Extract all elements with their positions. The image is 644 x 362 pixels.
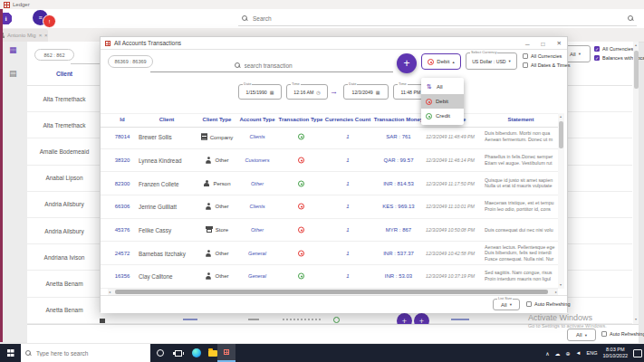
global-search-input[interactable] xyxy=(251,14,624,23)
network-tray-icon[interactable]: ⊕ xyxy=(566,350,571,357)
table-row[interactable]: 82300 Franzen Collete Person Other 1 INR… xyxy=(101,172,558,195)
cloud-tray-icon[interactable]: ☁ xyxy=(555,350,561,357)
scroll-up-icon[interactable]: ▴ xyxy=(633,43,639,47)
scrollbar-thumb[interactable] xyxy=(115,290,548,294)
transaction-money[interactable]: QAR : 99.57 xyxy=(372,157,425,163)
bg-auto-refresh[interactable]: Auto Refreshing xyxy=(601,331,644,337)
active-app-button[interactable] xyxy=(217,344,235,362)
client-column-header[interactable]: Client xyxy=(27,71,101,77)
scroll-left-icon[interactable]: ◂ xyxy=(109,290,111,294)
dialog-titlebar[interactable]: All Accounts Transactions xyxy=(101,37,567,50)
maximize-button[interactable]: □ xyxy=(542,41,545,47)
menu-option[interactable]: Credit xyxy=(421,109,464,123)
account-type[interactable]: Clients xyxy=(238,204,276,209)
from-date-field[interactable]: Date 1/15/1990 ▦ xyxy=(238,84,282,100)
checkbox-unchecked[interactable] xyxy=(523,53,528,59)
tab-close-icon[interactable]: × xyxy=(39,33,43,38)
scroll-right-icon[interactable]: ▸ xyxy=(555,290,557,294)
checkbox-unchecked[interactable] xyxy=(523,62,528,68)
transaction-money[interactable]: SAR : 761 xyxy=(372,134,425,139)
transaction-money[interactable]: INR : 537.37 xyxy=(372,251,425,256)
header-client-type[interactable]: Client Type xyxy=(197,117,237,122)
bg-vertical-scrollbar[interactable]: ▴ ▾ xyxy=(633,42,639,324)
menu-option[interactable]: ⇅ All xyxy=(421,80,464,94)
account-type[interactable]: General xyxy=(238,251,276,256)
tab[interactable]: Antonio Mig × xyxy=(0,29,42,42)
scroll-down-icon[interactable]: ▾ xyxy=(558,282,563,287)
checkbox-row[interactable]: All Dates & Times xyxy=(523,61,570,70)
start-button[interactable] xyxy=(0,344,21,362)
account-type[interactable]: General xyxy=(238,273,276,279)
table-row[interactable]: 66306 Jerrine Guilliatt Other Clients 1 … xyxy=(101,195,558,219)
account-type[interactable]: Other xyxy=(238,227,276,233)
notification-center-icon[interactable] xyxy=(633,349,642,357)
transaction-id-link[interactable]: 45376 xyxy=(108,227,137,233)
to-date-field[interactable]: Date 12/3/2049 ▦ xyxy=(343,84,389,100)
auto-refresh-toggle[interactable]: Auto Refreshing xyxy=(526,301,570,307)
checkbox-checked[interactable]: ✓ xyxy=(594,46,600,52)
table-vertical-scrollbar[interactable]: ▴ ▾ xyxy=(558,113,564,289)
transaction-id-link[interactable]: 16356 xyxy=(108,273,137,279)
scroll-up-icon[interactable]: ▴ xyxy=(558,114,563,119)
currencies-count: 1 xyxy=(325,204,370,209)
minimize-button[interactable]: ─ xyxy=(525,41,530,47)
calendar-icon[interactable]: ▦ xyxy=(270,90,274,95)
header-client[interactable]: Client xyxy=(139,117,195,122)
checkbox-unchecked[interactable] xyxy=(601,331,607,337)
transaction-id-link[interactable]: 82300 xyxy=(108,181,137,186)
taskbar-search[interactable] xyxy=(21,344,150,362)
scrollbar-thumb[interactable] xyxy=(559,121,563,148)
table-row[interactable]: 16356 Clay Calltone Other General 1 INR … xyxy=(101,265,558,289)
taskbar-search-input[interactable] xyxy=(34,349,138,357)
checkbox-row[interactable]: All Currencies xyxy=(523,52,570,61)
global-search[interactable] xyxy=(238,11,637,26)
header-id[interactable]: Id xyxy=(108,117,137,122)
checkbox-checked[interactable]: ✓ xyxy=(594,55,600,61)
menu-option[interactable]: Debit xyxy=(421,94,464,109)
table-horizontal-scrollbar[interactable]: ◂ ▸ xyxy=(108,289,558,295)
tab-close-icon[interactable]: × xyxy=(44,33,48,38)
table-row[interactable]: 38320 Lynnea Kindread Other Customers 1 … xyxy=(101,149,558,173)
client-name: Andriana Ivison xyxy=(27,254,101,261)
task-view-button[interactable] xyxy=(170,344,187,362)
transaction-money[interactable]: MYR : 867 xyxy=(372,227,425,233)
currency-select[interactable]: Select Currency US Dollar : USD ▾ xyxy=(466,52,517,70)
transaction-money[interactable]: INR : 53.03 xyxy=(372,273,425,279)
transaction-id-link[interactable]: 38320 xyxy=(108,157,137,163)
table-row[interactable]: 78014 Brewer Sollis Company Clients 1 SA… xyxy=(101,126,558,149)
transaction-money[interactable]: INR : 814.53 xyxy=(372,181,425,186)
transaction-id-link[interactable]: 66306 xyxy=(108,204,137,209)
scroll-down-icon[interactable]: ▾ xyxy=(633,317,639,321)
bg-list-size-select[interactable]: All ▾ xyxy=(567,329,596,341)
language-indicator[interactable]: ENG xyxy=(587,350,598,356)
clock[interactable]: 8:03 PM 10/10/2022 xyxy=(602,347,628,359)
header-statement[interactable]: Statement xyxy=(485,117,557,122)
account-type[interactable]: Clients xyxy=(238,134,276,139)
cortana-button[interactable] xyxy=(152,344,168,362)
transaction-search-input[interactable] xyxy=(243,62,310,70)
table-search-icon[interactable]: ▦ xyxy=(9,45,17,54)
edge-button[interactable] xyxy=(188,344,205,362)
transaction-type-select[interactable]: Debit ▴ xyxy=(421,53,461,70)
hidden-icons-chevron[interactable]: ∧ xyxy=(545,350,549,357)
table-row[interactable]: 45376 Felike Cassy Store Other 1 MYR : 8… xyxy=(101,219,558,243)
from-time-field[interactable]: Time 12:16 AM ◷ xyxy=(286,84,328,100)
account-type[interactable]: Other xyxy=(238,181,276,186)
account-type[interactable]: Customers xyxy=(238,157,276,163)
scrollbar-thumb[interactable] xyxy=(634,51,639,89)
transaction-search[interactable] xyxy=(150,59,393,72)
transaction-id-link[interactable]: 24572 xyxy=(108,251,137,256)
alert-badge-icon[interactable]: ! xyxy=(43,14,56,28)
list-search-icon[interactable]: ▤ xyxy=(9,69,17,78)
clock-icon[interactable]: ◷ xyxy=(316,90,320,95)
transaction-money[interactable]: KES : 969.13 xyxy=(372,204,425,209)
checkbox-unchecked[interactable] xyxy=(526,301,532,307)
list-size-select[interactable]: List Size All ▾ xyxy=(493,299,520,310)
header-currencies-count[interactable]: Currencies Count xyxy=(320,117,376,122)
transaction-id-link[interactable]: 78014 xyxy=(108,134,137,139)
volume-tray-icon[interactable]: ◄ xyxy=(576,350,582,356)
table-row[interactable]: 24572 Barnebas Itzchaky Other General 1 … xyxy=(101,242,558,265)
calendar-icon[interactable]: ▦ xyxy=(376,90,380,95)
close-button[interactable]: ✕ xyxy=(557,40,562,47)
add-transaction-button[interactable]: + xyxy=(397,53,417,73)
